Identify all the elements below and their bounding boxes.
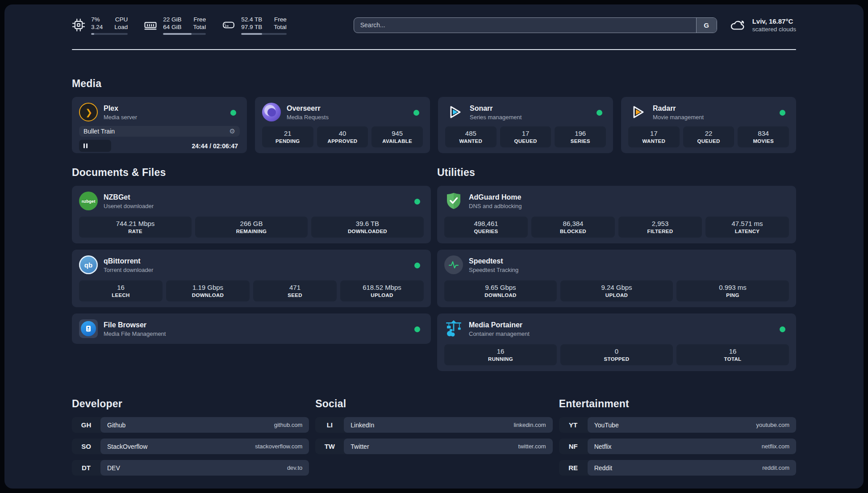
overseerr-card[interactable]: Overseerr Media Requests 21 PENDING 40 A… <box>255 97 430 153</box>
stat-download: 9.65 Gbps DOWNLOAD <box>444 280 557 301</box>
nzbget-card[interactable]: nzbget NZBGet Usenet downloader 744.21 M… <box>72 186 431 243</box>
radarr-card[interactable]: Radarr Movie management 17 WANTED 22 QUE… <box>621 97 796 153</box>
storage-total-value: 97.9 TB <box>241 23 262 31</box>
link-abbr: DT <box>72 460 100 476</box>
google-search-button[interactable]: G <box>696 18 717 33</box>
link-abbr: GH <box>72 417 100 433</box>
overseerr-title: Overseerr <box>287 104 329 113</box>
ram-icon <box>144 18 157 32</box>
sonarr-card[interactable]: Sonarr Series management 485 WANTED 17 Q… <box>438 97 613 153</box>
stat-downloaded: 39.6 TB DOWNLOADED <box>311 217 424 238</box>
dashboard-content: 7% 3.24 CPU Load <box>72 14 796 489</box>
link-reddit[interactable]: RE Reddit reddit.com <box>559 460 796 476</box>
link-name: Github <box>107 422 125 429</box>
link-url: stackoverflow.com <box>255 443 302 450</box>
radarr-status-dot <box>780 110 785 116</box>
link-youtube[interactable]: YT YouTube youtube.com <box>559 417 796 433</box>
storage-free-value: 52.4 TB <box>241 16 262 23</box>
link-linkedin[interactable]: LI LinkedIn linkedin.com <box>315 417 552 433</box>
link-url: netflix.com <box>762 443 789 450</box>
stat-queued: 17 QUEUED <box>500 126 551 147</box>
stat-series: 196 SERIES <box>555 126 606 147</box>
pause-icon <box>83 143 85 148</box>
section-entertainment: Entertainment YT YouTube youtube.com NF … <box>559 398 796 476</box>
sonarr-icon <box>445 103 464 121</box>
qbittorrent-status-dot <box>414 263 420 268</box>
link-name: YouTube <box>594 422 619 429</box>
link-abbr: LI <box>315 417 344 433</box>
portainer-card[interactable]: Media Portainer Container management 16 … <box>437 313 796 371</box>
filebrowser-icon <box>79 319 98 338</box>
file-icon <box>84 325 92 333</box>
stat-filtered: 2,953 FILTERED <box>618 217 702 238</box>
link-github[interactable]: GH Github github.com <box>72 417 309 433</box>
sonarr-status-dot <box>597 110 602 116</box>
storage-free-label: Free <box>274 16 287 23</box>
adguard-card[interactable]: AdGuard Home DNS and adblocking 498,461 … <box>437 186 796 243</box>
player-time: 24:44 / 02:06:47 <box>192 142 238 150</box>
portainer-crane-icon <box>444 319 463 338</box>
cpu-icon <box>72 18 85 32</box>
storage-progress-track <box>241 33 287 35</box>
documents-heading: Documents & Files <box>72 167 431 179</box>
stat-latency: 47.571 ms LATENCY <box>705 217 789 238</box>
plex-chevron-icon: ❯ <box>85 107 92 117</box>
pulse-icon <box>448 259 459 271</box>
filebrowser-card[interactable]: File Browser Media File Management <box>72 313 431 344</box>
search-input[interactable] <box>354 18 696 33</box>
plex-player-progress: 24:44 / 02:06:47 <box>79 140 240 152</box>
plex-title: Plex <box>104 104 137 113</box>
storage-progress-fill <box>241 33 262 35</box>
nzbget-status-dot <box>414 199 420 205</box>
overseerr-status-dot <box>413 110 419 116</box>
stat-wanted: 485 WANTED <box>445 126 497 147</box>
memory-progress-fill <box>163 33 191 35</box>
filebrowser-status-dot <box>414 326 420 332</box>
section-developer: Developer GH Github github.com SO StackO… <box>72 398 309 476</box>
cpu-progress-fill <box>91 33 94 35</box>
link-url: github.com <box>274 422 303 428</box>
storage-widget: 52.4 TB 97.9 TB Free Total <box>222 16 287 35</box>
now-playing-title: Bullet Train <box>83 128 115 135</box>
memory-progress-track <box>163 33 206 35</box>
header-divider <box>72 49 796 50</box>
sonarr-subtitle: Series management <box>470 114 522 121</box>
link-twitter[interactable]: TW Twitter twitter.com <box>315 439 552 454</box>
adguard-subtitle: DNS and adblocking <box>469 203 522 209</box>
stat-seed: 471 SEED <box>253 280 337 301</box>
weather-widget: Lviv, 16.87°C scattered clouds <box>730 17 796 33</box>
link-stackoverflow[interactable]: SO StackOverflow stackoverflow.com <box>72 439 309 454</box>
link-name: StackOverflow <box>107 443 147 450</box>
link-url: reddit.com <box>762 464 789 471</box>
plex-card[interactable]: ❯ Plex Media server Bullet Train ⚙ <box>72 97 247 153</box>
player-progress-pill[interactable] <box>79 140 111 152</box>
cpu-load-label: Load <box>114 23 128 31</box>
stat-available: 945 AVAILABLE <box>371 126 423 147</box>
stat-queued: 22 QUEUED <box>683 126 734 147</box>
speedtest-icon <box>444 255 463 274</box>
plex-status-dot <box>230 110 236 116</box>
link-name: DEV <box>107 464 120 472</box>
link-url: youtube.com <box>756 422 789 428</box>
memory-free-label: Free <box>193 16 206 23</box>
speedtest-title: Speedtest <box>469 257 518 266</box>
link-netflix[interactable]: NF Netflix netflix.com <box>559 439 796 454</box>
link-dev-to[interactable]: DT DEV dev.to <box>72 460 309 476</box>
player-settings-gear-icon[interactable]: ⚙ <box>230 128 235 135</box>
plex-icon: ❯ <box>79 103 98 121</box>
stat-pending: 21 PENDING <box>262 126 313 147</box>
social-heading: Social <box>315 398 552 410</box>
qbittorrent-card[interactable]: qb qBittorrent Torrent downloader 16 LEE… <box>72 250 431 307</box>
link-url: twitter.com <box>518 443 546 450</box>
speedtest-card[interactable]: Speedtest Speedtest Tracking 9.65 Gbps D… <box>437 250 796 307</box>
cpu-widget: 7% 3.24 CPU Load <box>72 16 128 35</box>
memory-total-value: 64 GiB <box>163 23 181 31</box>
cpu-load-value: 3.24 <box>91 23 103 31</box>
cpu-progress-track <box>91 33 128 35</box>
media-heading: Media <box>72 78 796 90</box>
search-bar[interactable]: G <box>354 17 717 33</box>
utilities-heading: Utilities <box>437 167 796 179</box>
link-name: Netflix <box>594 443 612 450</box>
nzbget-subtitle: Usenet downloader <box>104 203 154 209</box>
top-bar: 7% 3.24 CPU Load <box>72 14 796 36</box>
